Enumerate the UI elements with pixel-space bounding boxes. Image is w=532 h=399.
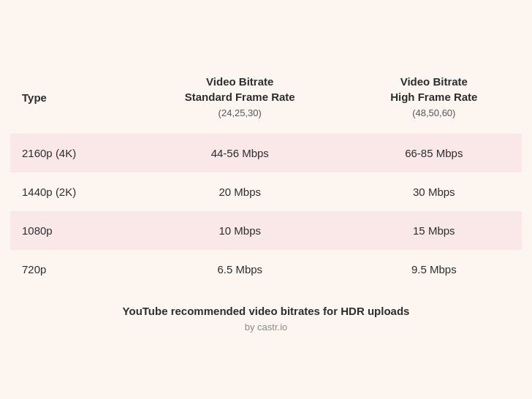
cell-standard: 10 Mbps bbox=[134, 211, 346, 250]
cell-high: 15 Mbps bbox=[346, 211, 522, 250]
footer-credit: by castr.io bbox=[22, 322, 510, 332]
cell-type: 2160p (4K) bbox=[10, 134, 134, 172]
cell-type: 1080p bbox=[10, 211, 134, 250]
table-row: 1440p (2K)20 Mbps30 Mbps bbox=[10, 172, 522, 211]
footer: YouTube recommended video bitrates for H… bbox=[10, 289, 522, 338]
cell-standard: 44-56 Mbps bbox=[134, 134, 346, 172]
main-container: Type Video Bitrate Standard Frame Rate (… bbox=[10, 61, 522, 338]
col-type-header: Type bbox=[10, 61, 134, 133]
table-header-row: Type Video Bitrate Standard Frame Rate (… bbox=[10, 61, 522, 133]
table-row: 2160p (4K)44-56 Mbps66-85 Mbps bbox=[10, 134, 522, 172]
cell-type: 1440p (2K) bbox=[10, 172, 134, 211]
bitrate-table: Type Video Bitrate Standard Frame Rate (… bbox=[10, 61, 522, 288]
cell-type: 720p bbox=[10, 250, 134, 289]
table-body: 2160p (4K)44-56 Mbps66-85 Mbps1440p (2K)… bbox=[10, 134, 522, 289]
table-wrapper: Type Video Bitrate Standard Frame Rate (… bbox=[10, 61, 522, 288]
table-row: 720p6.5 Mbps9.5 Mbps bbox=[10, 250, 522, 289]
table-row: 1080p10 Mbps15 Mbps bbox=[10, 211, 522, 250]
cell-standard: 20 Mbps bbox=[134, 172, 346, 211]
cell-standard: 6.5 Mbps bbox=[134, 250, 346, 289]
cell-high: 9.5 Mbps bbox=[346, 250, 522, 289]
col-standard-header: Video Bitrate Standard Frame Rate (24,25… bbox=[134, 61, 346, 133]
cell-high: 66-85 Mbps bbox=[346, 134, 522, 172]
footer-title: YouTube recommended video bitrates for H… bbox=[22, 305, 510, 317]
cell-high: 30 Mbps bbox=[346, 172, 522, 211]
col-high-header: Video Bitrate High Frame Rate (48,50,60) bbox=[346, 61, 522, 133]
